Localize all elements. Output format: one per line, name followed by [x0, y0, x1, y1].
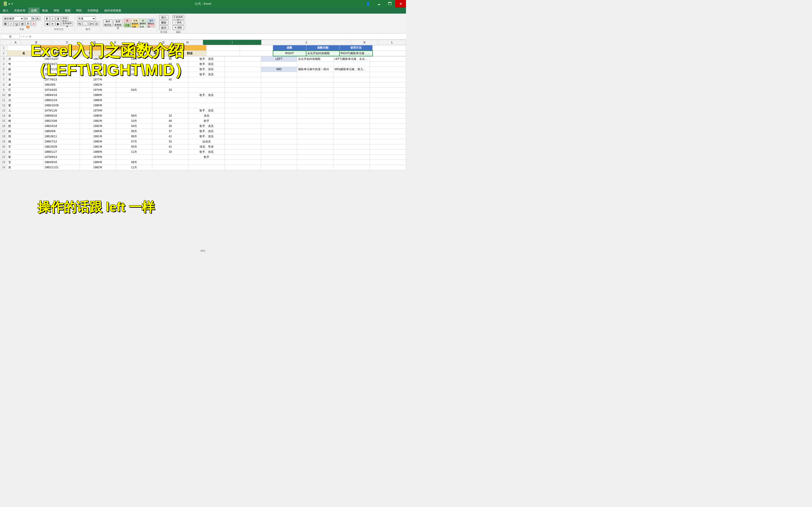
col-K[interactable]: K — [351, 40, 378, 45]
cell-j16[interactable] — [334, 123, 369, 129]
cell-i18[interactable] — [297, 134, 334, 139]
cell-f3[interactable]: 歌手、演员 — [189, 56, 224, 61]
cell-c22[interactable]: 1978年 — [80, 155, 116, 160]
cell-j1[interactable]: 函数功能 — [306, 45, 339, 51]
cell-k15[interactable] — [369, 118, 406, 123]
cell-c5[interactable]: 1982年 — [80, 67, 116, 72]
cell-a11[interactable]: 洁 — [7, 98, 44, 103]
cell-f11[interactable] — [189, 98, 224, 103]
fill-color-button[interactable]: A🎨 — [26, 21, 31, 26]
cell-h6[interactable] — [261, 72, 297, 77]
cell-g1[interactable] — [207, 45, 240, 51]
cell-j12[interactable] — [334, 103, 369, 108]
cell-j2[interactable]: 从右开始内容截取 — [306, 51, 339, 56]
cell-c9[interactable]: 1974年 — [80, 87, 116, 93]
cell-i8[interactable] — [297, 82, 334, 87]
cell-d24[interactable]: 11月 — [116, 165, 152, 170]
cell-k11[interactable] — [369, 98, 406, 103]
cell-a23[interactable]: 宝 — [7, 160, 44, 165]
cell-c12[interactable]: 1990年 — [80, 103, 116, 108]
cell-k3[interactable] — [369, 56, 406, 61]
cell-c2[interactable]: 年 — [73, 51, 107, 56]
cell-e23[interactable] — [152, 160, 189, 165]
cell-h17[interactable] — [261, 129, 297, 134]
cell-h23[interactable] — [261, 160, 297, 165]
cell-e2[interactable]: 年龄 — [140, 51, 173, 56]
cell-h8[interactable] — [261, 82, 297, 87]
cell-b10[interactable]: 1989/4/18 — [44, 93, 80, 98]
tab-insert[interactable]: 插入 — [0, 7, 11, 14]
cell-k1[interactable]: 使用方法 — [340, 45, 373, 51]
cell-h11[interactable] — [261, 98, 297, 103]
decrease-decimal[interactable]: .0- — [94, 21, 99, 26]
cell-f12[interactable] — [189, 103, 224, 108]
cell-i7[interactable] — [297, 77, 334, 82]
cell-h18[interactable] — [261, 134, 297, 139]
cell-h20[interactable] — [261, 144, 297, 149]
wrap-text[interactable]: 自动换行 — [61, 16, 68, 21]
cell-h24[interactable] — [261, 165, 297, 170]
cell-i17[interactable] — [297, 129, 334, 134]
cell-f23[interactable] — [189, 160, 224, 165]
cell-d14[interactable]: 08月 — [116, 113, 152, 118]
cell-a7[interactable]: 叏 — [7, 77, 44, 82]
cancel-formula-icon[interactable]: ✕ — [22, 35, 25, 38]
cell-b12[interactable]: 1990/10/28 — [44, 103, 80, 108]
cell-a3[interactable]: 贞 — [7, 56, 44, 61]
col-G[interactable]: G — [155, 40, 172, 45]
cell-g13[interactable] — [224, 108, 261, 113]
cell-b4[interactable]: 1972/4/27 — [44, 61, 80, 67]
tab-view[interactable]: 视图 — [62, 7, 73, 14]
col-B[interactable]: B — [21, 40, 52, 45]
font-name-select[interactable]: 微软雅黑 — [3, 16, 24, 21]
cell-e8[interactable] — [152, 82, 189, 87]
cell-a18[interactable]: 琪 — [7, 134, 44, 139]
cell-b5[interactable]: 1982/11/22 — [44, 67, 80, 72]
align-center[interactable]: ≡ — [50, 21, 55, 26]
tab-page-layout[interactable]: 页面布局 — [11, 7, 28, 14]
cell-b6[interactable]: 1981/1/21 — [44, 72, 80, 77]
tab-review[interactable]: 审阅 — [51, 7, 62, 14]
tab-search[interactable]: 操作说明搜索 — [101, 7, 124, 14]
cell-a2[interactable]: 名 — [7, 51, 40, 56]
cell-g5[interactable] — [224, 67, 261, 72]
cell-g24[interactable] — [224, 165, 261, 170]
style-bad[interactable]: 差 — [123, 18, 131, 23]
close-button[interactable]: ✕ — [395, 0, 406, 7]
cell-h10[interactable] — [261, 93, 297, 98]
cell-j23[interactable] — [334, 160, 369, 165]
cell-d5[interactable]: 11月 — [116, 67, 152, 72]
col-E[interactable]: E — [107, 40, 124, 45]
cell-k16[interactable] — [369, 123, 406, 129]
cell-g11[interactable] — [224, 98, 261, 103]
cell-d23[interactable]: 09月 — [116, 160, 152, 165]
cell-d2[interactable]: 月 — [107, 51, 140, 56]
formula-input[interactable]: RIGHT(截取单元格，从右开始截取长度) — [33, 35, 405, 39]
cell-e9[interactable]: 33 — [152, 87, 189, 93]
cell-c16[interactable]: 1992年 — [80, 123, 116, 129]
thousands-btn[interactable]: , — [83, 21, 88, 26]
minimize-button[interactable]: 🗕 — [373, 0, 385, 7]
increase-decimal[interactable]: .0+ — [88, 21, 94, 26]
cell-k7[interactable] — [369, 77, 406, 82]
cell-c23[interactable]: 1984年 — [80, 160, 116, 165]
cell-k23[interactable] — [369, 160, 406, 165]
table-title-cell[interactable]: 乘风破浪3姐姐名单 — [40, 45, 207, 51]
cell-k5[interactable] — [369, 67, 406, 72]
cell-e6[interactable]: 41 — [152, 72, 189, 77]
maximize-button[interactable]: 🗖 — [385, 0, 395, 7]
insert-btn[interactable]: 插入 — [159, 15, 168, 20]
cell-j7[interactable] — [334, 77, 369, 82]
cell-c24[interactable]: 1982年 — [80, 165, 116, 170]
cell-d8[interactable] — [116, 82, 152, 87]
cell-i21[interactable] — [297, 149, 334, 155]
cell-e22[interactable] — [152, 155, 189, 160]
cell-c8[interactable]: 1982年 — [80, 82, 116, 87]
cell-a16[interactable]: 慈 — [7, 123, 44, 129]
cell-j20[interactable] — [334, 144, 369, 149]
cell-e17[interactable]: 37 — [152, 129, 189, 134]
font-size-increase[interactable]: A↑ — [32, 16, 36, 21]
cell-g3[interactable] — [224, 56, 261, 61]
cell-a15[interactable]: 维 — [7, 118, 44, 123]
style-warn[interactable]: 警告文本 — [148, 23, 155, 27]
